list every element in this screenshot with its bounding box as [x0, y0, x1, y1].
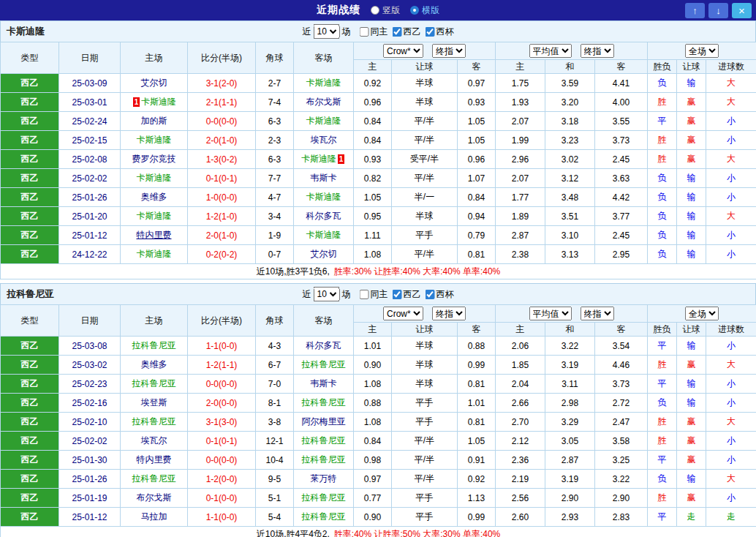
- same-home-checkbox[interactable]: 同主: [359, 26, 388, 38]
- away-team[interactable]: 布尔戈斯: [306, 97, 341, 107]
- home-team[interactable]: 卡斯迪隆: [141, 97, 176, 107]
- match-date: 25-02-02: [59, 432, 121, 451]
- corner-score: 6-7: [256, 356, 294, 375]
- home-team[interactable]: 拉科鲁尼亚: [132, 473, 176, 484]
- handicap-result: 赢: [677, 451, 706, 470]
- view-option-horizontal-label: 横版: [422, 4, 439, 17]
- handicap-result: 赢: [677, 150, 706, 169]
- home-team[interactable]: 拉科鲁尼亚: [132, 416, 176, 427]
- league-badge: 西乙: [21, 340, 39, 350]
- outcome-result: 平: [648, 112, 677, 131]
- away-team[interactable]: 卡斯迪隆: [301, 154, 336, 164]
- euro-company-select[interactable]: 平均值: [529, 44, 572, 58]
- asia-company-select[interactable]: Crow*: [383, 44, 423, 58]
- euro-home-odds: 2.04: [496, 375, 545, 394]
- home-team[interactable]: 布尔戈斯: [137, 492, 172, 503]
- asia-away-odds: 0.96: [458, 150, 496, 169]
- same-home-checkbox[interactable]: 同主: [359, 288, 388, 301]
- away-team[interactable]: 卡斯迪隆: [306, 192, 341, 202]
- away-team[interactable]: 拉科鲁尼亚: [302, 492, 346, 503]
- col-asia-handicap: 让球: [392, 323, 458, 337]
- away-team[interactable]: 拉科鲁尼亚: [302, 359, 346, 369]
- league-badge: 西乙: [21, 97, 39, 107]
- league-badge: 西乙: [21, 78, 39, 88]
- away-team[interactable]: 埃瓦尔: [311, 135, 337, 145]
- home-team[interactable]: 特内里费: [137, 454, 172, 465]
- asia-away-odds: 0.94: [458, 207, 496, 226]
- away-team[interactable]: 科尔多瓦: [306, 211, 341, 221]
- asia-stage-select[interactable]: 终指: [432, 44, 466, 58]
- home-team[interactable]: 奥维多: [141, 192, 167, 202]
- match-date: 25-03-09: [59, 74, 121, 93]
- asia-stage-select[interactable]: 终指: [432, 307, 466, 320]
- home-team[interactable]: 拉科鲁尼亚: [132, 340, 176, 350]
- view-option-horizontal[interactable]: 横版: [410, 4, 439, 17]
- cup-filter-checkbox[interactable]: 西杯: [425, 26, 454, 38]
- goals-result: 小: [706, 432, 756, 451]
- asia-home-odds: 1.11: [354, 226, 392, 245]
- home-team[interactable]: 费罗尔竞技: [132, 154, 176, 164]
- home-team[interactable]: 卡斯迪隆: [137, 173, 172, 183]
- away-team[interactable]: 科尔多瓦: [306, 340, 341, 350]
- full-match-select[interactable]: 全场: [685, 307, 719, 320]
- handicap-result: 赢: [677, 432, 706, 451]
- asia-home-odds: 0.88: [354, 394, 392, 413]
- home-team[interactable]: 卡斯迪隆: [137, 135, 172, 145]
- away-team[interactable]: 韦斯卡: [311, 173, 337, 183]
- home-team[interactable]: 加的斯: [141, 116, 167, 126]
- home-team[interactable]: 奥维多: [141, 359, 167, 369]
- away-team[interactable]: 卡斯迪隆: [306, 230, 341, 240]
- corner-score: 12-1: [256, 432, 294, 451]
- asia-company-select[interactable]: Crow*: [383, 307, 423, 320]
- scroll-up-button[interactable]: ↑: [685, 3, 705, 18]
- close-button[interactable]: ×: [732, 3, 752, 18]
- home-team[interactable]: 特内里费: [137, 230, 172, 240]
- scroll-down-button[interactable]: ↓: [708, 3, 728, 18]
- away-team[interactable]: 拉科鲁尼亚: [302, 435, 346, 446]
- euro-stage-select[interactable]: 终指: [581, 44, 614, 58]
- away-team[interactable]: 艾尔切: [311, 249, 337, 259]
- near-label: 近: [303, 26, 311, 38]
- col-score: 比分(半场): [188, 305, 256, 337]
- league-filter-checkbox[interactable]: 西乙: [392, 288, 421, 301]
- match-date: 25-01-19: [59, 489, 121, 508]
- asia-handicap: 平/半: [392, 432, 458, 451]
- home-team[interactable]: 拉科鲁尼亚: [132, 378, 176, 388]
- asia-handicap: 半球: [392, 337, 458, 356]
- handicap-result: 赢: [677, 93, 706, 112]
- home-team[interactable]: 艾尔切: [141, 78, 167, 88]
- euro-company-select[interactable]: 平均值: [529, 307, 572, 320]
- away-team[interactable]: 莱万特: [311, 473, 337, 484]
- euro-draw-odds: 3.51: [545, 207, 595, 226]
- away-team[interactable]: 阿尔梅里亚: [302, 416, 346, 427]
- away-team[interactable]: 韦斯卡: [311, 378, 337, 388]
- home-team[interactable]: 马拉加: [141, 511, 167, 522]
- euro-stage-select[interactable]: 终指: [581, 307, 614, 320]
- away-team[interactable]: 卡斯迪隆: [306, 116, 341, 126]
- match-date: 24-12-22: [59, 245, 121, 264]
- games-count-select[interactable]: 10: [314, 287, 340, 301]
- home-team[interactable]: 卡斯迪隆: [137, 249, 172, 259]
- handicap-result: 赢: [677, 112, 706, 131]
- home-team[interactable]: 埃登斯: [141, 397, 167, 408]
- away-team[interactable]: 拉科鲁尼亚: [302, 454, 346, 465]
- league-filter-checkbox[interactable]: 西乙: [392, 26, 421, 38]
- goals-result: 小: [706, 489, 756, 508]
- view-option-vertical[interactable]: 竖版: [371, 4, 400, 17]
- away-team[interactable]: 拉科鲁尼亚: [302, 397, 346, 408]
- games-count-select[interactable]: 10: [314, 24, 340, 39]
- home-team[interactable]: 埃瓦尔: [141, 435, 167, 446]
- euro-home-odds: 2.96: [496, 150, 545, 169]
- home-team[interactable]: 卡斯迪隆: [137, 211, 172, 221]
- full-match-select[interactable]: 全场: [685, 44, 719, 58]
- asia-away-odds: 0.84: [458, 188, 496, 207]
- euro-away-odds: 2.72: [595, 394, 648, 413]
- league-badge: 西乙: [21, 135, 39, 145]
- summary-rates: 胜率:40% 让胜率:50% 大率:30% 单率:40%: [334, 529, 500, 537]
- away-team[interactable]: 拉科鲁尼亚: [302, 511, 346, 522]
- corner-score: 6-3: [256, 150, 294, 169]
- away-team[interactable]: 卡斯迪隆: [306, 78, 341, 88]
- euro-home-odds: 2.56: [496, 489, 545, 508]
- cup-filter-checkbox[interactable]: 西杯: [425, 288, 454, 301]
- titlebar: 近期战绩 竖版 横版 ↑ ↓ ×: [0, 0, 756, 20]
